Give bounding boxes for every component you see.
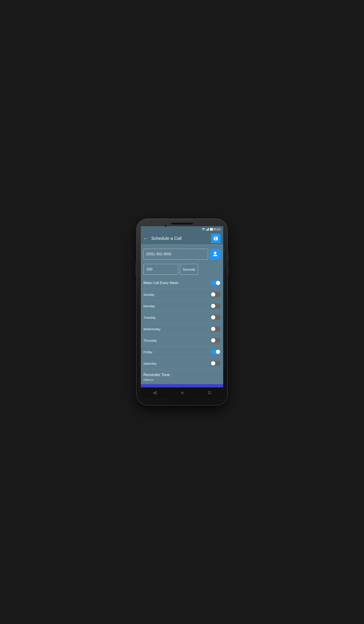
friday-row: Friday: [141, 346, 223, 358]
thursday-label: Thursday: [143, 339, 210, 342]
sunday-toggle[interactable]: [210, 292, 221, 297]
wednesday-row: Wednesday: [141, 323, 223, 335]
battery-icon: [210, 228, 214, 231]
tuesday-row: Tuesday: [141, 312, 223, 323]
saturday-row: Saturday: [141, 358, 223, 369]
nav-back-icon: ◁: [153, 390, 156, 395]
thursday-toggle[interactable]: [210, 338, 221, 343]
scroll-content: Seconds Make Call Every Week Sunday Mond…: [141, 244, 223, 387]
nav-back-button[interactable]: ◁: [148, 389, 161, 397]
nav-recents-icon: □: [208, 390, 211, 395]
status-bar: 6:00: [141, 226, 223, 232]
duration-unit-label: Seconds: [180, 264, 198, 275]
bottom-speaker: [171, 400, 193, 401]
tuesday-toggle[interactable]: [210, 315, 221, 320]
floppy-disk-icon: [213, 236, 218, 241]
phone-input[interactable]: [143, 249, 208, 260]
front-camera: [165, 225, 166, 227]
monday-toggle[interactable]: [210, 303, 221, 309]
friday-label: Friday: [143, 350, 210, 354]
svg-rect-1: [207, 229, 207, 231]
svg-rect-0: [206, 230, 207, 231]
make-call-every-week-row: Make Call Every Week: [141, 277, 223, 289]
power-button[interactable]: [228, 254, 228, 262]
sunday-label: Sunday: [143, 293, 210, 296]
thursday-row: Thursday: [141, 335, 223, 346]
nav-recents-button[interactable]: □: [203, 389, 216, 397]
save-icon-button[interactable]: [211, 234, 221, 243]
duration-row: Seconds: [141, 262, 223, 277]
reminder-tone-title: Reminder Tone: [143, 373, 221, 377]
saturday-label: Saturday: [143, 362, 210, 365]
save-call-button[interactable]: SAVE CALL: [141, 384, 223, 387]
page-title: Schedule a Call: [151, 236, 211, 241]
friday-toggle[interactable]: [210, 349, 221, 355]
nav-home-button[interactable]: ○: [176, 389, 189, 397]
status-time: 6:00: [215, 228, 221, 231]
top-speaker: [171, 223, 193, 224]
phone-number-row: [141, 246, 223, 262]
monday-label: Monday: [143, 304, 210, 308]
top-divider: [143, 244, 221, 245]
signal-icon: [206, 228, 209, 231]
sunday-row: Sunday: [141, 289, 223, 300]
wifi-icon: [202, 228, 205, 231]
make-call-toggle[interactable]: [210, 280, 221, 286]
volume-button[interactable]: [228, 266, 228, 275]
svg-rect-3: [208, 228, 209, 231]
nav-home-icon: ○: [181, 390, 184, 395]
wednesday-toggle[interactable]: [210, 326, 221, 332]
phone-screen: 6:00 ← Schedule a Call: [141, 226, 223, 398]
reminder-tone-value[interactable]: Oberon: [143, 378, 221, 382]
contact-picker-button[interactable]: [210, 249, 221, 260]
duration-input[interactable]: [143, 264, 178, 275]
app-bar: ← Schedule a Call: [141, 232, 223, 244]
monday-row: Monday: [141, 300, 223, 312]
reminder-tone-section: Reminder Tone Oberon: [141, 369, 223, 384]
saturday-toggle[interactable]: [210, 361, 221, 366]
wednesday-label: Wednesday: [143, 327, 210, 331]
volume-left-button[interactable]: [136, 262, 136, 275]
bottom-navigation: ◁ ○ □: [141, 387, 223, 398]
status-icons: 6:00: [202, 228, 221, 231]
tuesday-label: Tuesday: [143, 316, 210, 319]
make-call-label: Make Call Every Week: [143, 281, 210, 285]
person-icon: [212, 251, 218, 257]
phone-device: 6:00 ← Schedule a Call: [136, 219, 228, 405]
back-button[interactable]: ←: [143, 236, 148, 241]
svg-rect-2: [208, 229, 208, 231]
